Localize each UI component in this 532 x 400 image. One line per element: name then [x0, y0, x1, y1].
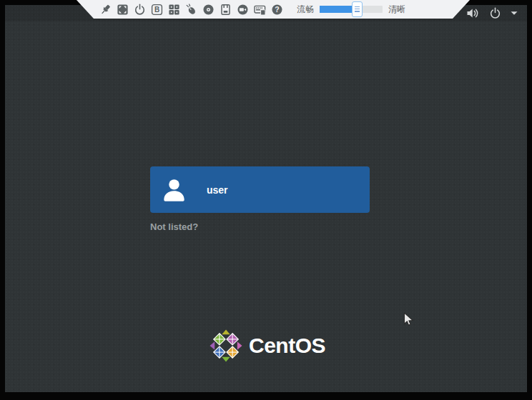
soft-keyboard-icon — [254, 4, 266, 16]
help-button[interactable]: ? — [271, 4, 283, 16]
pin-button[interactable] — [99, 4, 112, 16]
help-icon: ? — [271, 4, 283, 16]
letter-b-icon: B — [151, 4, 163, 16]
keyboard-keys-icon — [168, 4, 180, 16]
chevron-down-icon[interactable] — [511, 11, 518, 16]
quality-slider-handle[interactable] — [352, 1, 363, 17]
centos-logo: CentOS — [210, 329, 325, 362]
svg-text:B: B — [154, 6, 159, 14]
fullscreen-button[interactable] — [117, 4, 129, 16]
centos-symbol-icon — [210, 329, 242, 362]
slider-right-label: 清晰 — [388, 5, 405, 14]
power-icon[interactable] — [489, 7, 501, 19]
viewer-toolbar: B — [77, 0, 470, 19]
mouse-icon — [185, 4, 197, 16]
disc-icon — [202, 4, 215, 16]
disc-button[interactable] — [202, 4, 215, 16]
svg-text:?: ? — [275, 5, 279, 14]
disk-icon — [220, 4, 232, 16]
centos-wordmark: CentOS — [249, 329, 325, 362]
slider-left-label: 流畅 — [297, 5, 314, 14]
power-button[interactable] — [134, 4, 146, 16]
keyboard-keys-button[interactable] — [168, 4, 180, 16]
remote-viewer-window: B — [0, 0, 532, 400]
quality-slider-group: 流畅 清晰 — [297, 5, 405, 14]
disk-button[interactable] — [220, 4, 232, 16]
slider-grip-icon — [355, 6, 360, 12]
not-listed-link[interactable]: Not listed? — [150, 221, 198, 232]
soft-keyboard-button[interactable] — [254, 4, 266, 16]
record-button[interactable] — [237, 4, 249, 16]
user-name-label: user — [207, 184, 228, 196]
user-avatar-icon — [161, 176, 187, 204]
fullscreen-icon — [117, 4, 129, 16]
pin-icon — [99, 4, 112, 16]
quality-slider[interactable] — [320, 6, 383, 13]
mouse-button[interactable] — [185, 4, 197, 16]
power-icon — [134, 4, 146, 16]
letter-b-button[interactable]: B — [151, 4, 163, 16]
record-icon — [237, 4, 249, 16]
volume-icon[interactable] — [466, 7, 480, 19]
user-list-item[interactable]: user — [150, 166, 370, 213]
